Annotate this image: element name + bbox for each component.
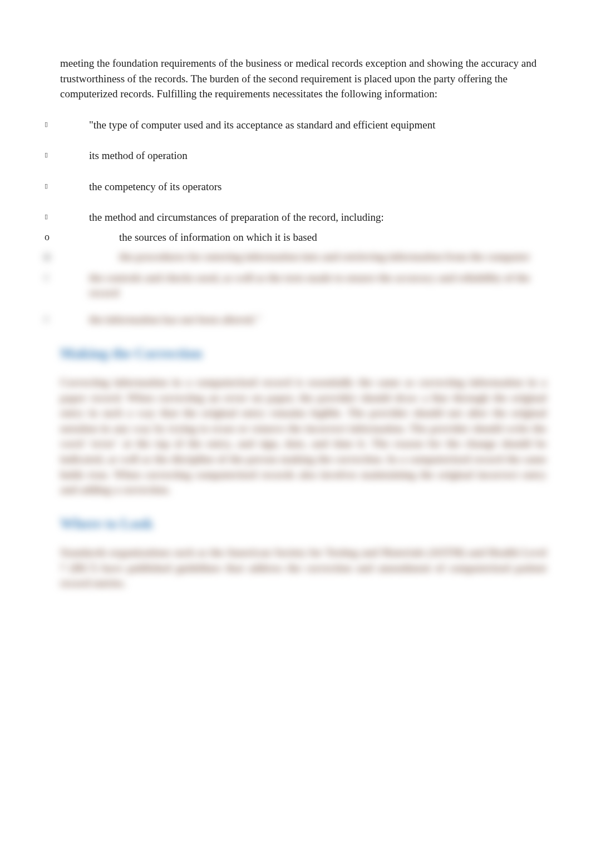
obscured-list-item: the information has not been altered." bbox=[45, 312, 546, 328]
obscured-content: the procedures for entering information … bbox=[45, 249, 546, 591]
list-item: the competency of its operators bbox=[45, 179, 546, 195]
obscured-paragraph: Standards organizations such as the Amer… bbox=[60, 545, 546, 591]
obscured-heading: Where to Look bbox=[60, 513, 546, 534]
list-item: "the type of computer used and its accep… bbox=[45, 117, 546, 133]
sub-list-item: the sources of information on which it i… bbox=[45, 230, 546, 245]
sub-requirements-list: the sources of information on which it i… bbox=[45, 230, 546, 245]
obscured-heading: Making the Correction bbox=[60, 343, 546, 364]
obscured-paragraph: Correcting information in a computerized… bbox=[60, 375, 546, 497]
intro-paragraph: meeting the foundation requirements of t… bbox=[60, 56, 546, 102]
obscured-sub-item: the procedures for entering information … bbox=[45, 249, 546, 265]
list-item: the method and circumstances of preparat… bbox=[45, 210, 546, 225]
obscured-sub-item: the controls and checks used, as well as… bbox=[45, 270, 546, 301]
requirements-list: "the type of computer used and its accep… bbox=[45, 117, 546, 225]
list-item: its method of operation bbox=[45, 148, 546, 163]
